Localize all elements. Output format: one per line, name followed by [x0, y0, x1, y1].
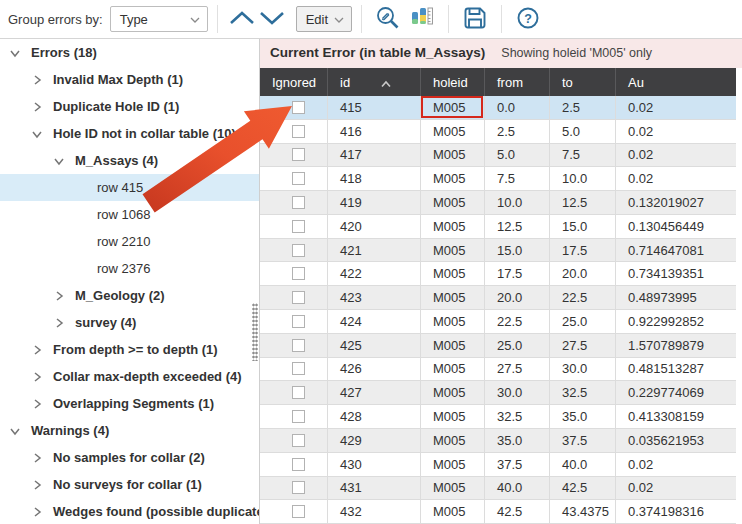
ignored-checkbox[interactable]	[292, 434, 305, 447]
chevron-right-icon[interactable]	[31, 344, 43, 356]
cell-to: 22.5	[550, 286, 616, 310]
ignored-checkbox[interactable]	[292, 481, 305, 494]
tree-item-m-assays-4[interactable]: M_Assays (4)	[0, 147, 259, 174]
column-header-holeid[interactable]: holeid	[421, 68, 485, 96]
column-header-from[interactable]: from	[485, 68, 550, 96]
table-row-425[interactable]: 425M00525.027.51.570789879	[260, 334, 736, 358]
ignored-checkbox[interactable]	[292, 125, 305, 138]
tree-item-no-samples-for-collar-2[interactable]: No samples for collar (2)	[0, 444, 259, 471]
ignored-checkbox[interactable]	[292, 101, 305, 114]
chevron-down-icon[interactable]	[53, 155, 65, 167]
tree-item-collar-max-depth-exceeded-4[interactable]: Collar max-depth exceeded (4)	[0, 363, 259, 390]
tree-item-row-2210[interactable]: row 2210	[0, 228, 259, 255]
table-row-428[interactable]: 428M00532.535.00.413308159	[260, 405, 736, 429]
tree-item-label: Errors (18)	[31, 45, 97, 60]
tree-item-invalid-max-depth-1[interactable]: Invalid Max Depth (1)	[0, 66, 259, 93]
table-row-419[interactable]: 419M00510.012.50.132019027	[260, 191, 736, 215]
tree-item-row-2376[interactable]: row 2376	[0, 255, 259, 282]
cell-holeid: M005	[421, 239, 485, 263]
ignored-checkbox[interactable]	[292, 267, 305, 280]
group-by-dropdown[interactable]: Type	[110, 6, 208, 32]
ignored-checkbox[interactable]	[292, 148, 305, 161]
ignored-checkbox[interactable]	[292, 505, 305, 518]
column-header-to[interactable]: to	[550, 68, 616, 96]
table-row-424[interactable]: 424M00522.525.00.922992852	[260, 310, 736, 334]
ignored-checkbox[interactable]	[292, 315, 305, 328]
cell-ignored	[260, 453, 328, 477]
save-button[interactable]	[460, 5, 490, 33]
cell-id: 421	[328, 239, 421, 263]
table-row-427[interactable]: 427M00530.032.50.229774069	[260, 381, 736, 405]
table-row-429[interactable]: 429M00535.037.50.035621953	[260, 429, 736, 453]
column-header-id[interactable]: id	[328, 68, 421, 96]
tree-item-errors-18[interactable]: Errors (18)	[0, 39, 259, 66]
table-row-422[interactable]: 422M00517.520.00.734139351	[260, 262, 736, 286]
chevron-right-icon[interactable]	[53, 290, 65, 302]
table-row-420[interactable]: 420M00512.515.00.130456449	[260, 215, 736, 239]
ignored-checkbox[interactable]	[292, 339, 305, 352]
sort-ascending-icon	[380, 76, 392, 91]
ignored-checkbox[interactable]	[292, 410, 305, 423]
chevron-down-icon[interactable]	[9, 425, 21, 437]
ignored-checkbox[interactable]	[292, 196, 305, 209]
chevron-right-icon[interactable]	[31, 452, 43, 464]
table-row-417[interactable]: 417M0055.07.50.02	[260, 144, 736, 168]
chevron-right-icon[interactable]	[53, 317, 65, 329]
tree-item-wedges-found-possible-duplicate[interactable]: Wedges found (possible duplicate ...	[0, 498, 259, 524]
cell-value: 426	[340, 361, 362, 376]
cell-au: 0.413308159	[616, 405, 736, 429]
cell-value: 427	[340, 385, 362, 400]
tree-item-no-surveys-for-collar-1[interactable]: No surveys for collar (1)	[0, 471, 259, 498]
tree-item-label: No samples for collar (2)	[53, 450, 205, 465]
tree-item-hole-id-not-in-collar-table-10[interactable]: Hole ID not in collar table (10)	[0, 120, 259, 147]
tree-item-duplicate-hole-id-1[interactable]: Duplicate Hole ID (1)	[0, 93, 259, 120]
search-edit-button[interactable]	[373, 5, 403, 33]
previous-error-button[interactable]	[227, 6, 257, 32]
cell-au: 1.570789879	[616, 334, 736, 358]
ignored-checkbox[interactable]	[292, 172, 305, 185]
tree-item-row-1068[interactable]: row 1068	[0, 201, 259, 228]
help-button[interactable]: ?	[513, 5, 543, 33]
ignored-checkbox[interactable]	[292, 291, 305, 304]
table-row-423[interactable]: 423M00520.022.50.48973995	[260, 286, 736, 310]
chevron-right-icon[interactable]	[31, 74, 43, 86]
cell-value: 0.229774069	[628, 385, 704, 400]
chevron-right-icon[interactable]	[31, 479, 43, 491]
tree-item-warnings-4[interactable]: Warnings (4)	[0, 417, 259, 444]
chevron-right-icon[interactable]	[31, 371, 43, 383]
chevron-right-icon[interactable]	[31, 398, 43, 410]
group-errors-by-label: Group errors by:	[8, 12, 103, 27]
chevron-down-icon[interactable]	[31, 128, 43, 140]
cell-au: 0.734139351	[616, 262, 736, 286]
table-row-416[interactable]: 416M0052.55.00.02	[260, 120, 736, 144]
ignored-checkbox[interactable]	[292, 458, 305, 471]
table-row-415[interactable]: 415M0050.02.50.02	[260, 96, 736, 120]
tree-item-row-415[interactable]: row 415	[0, 174, 259, 201]
table-row-432[interactable]: 432M00542.543.43750.374198316	[260, 500, 736, 524]
ignored-checkbox[interactable]	[292, 244, 305, 257]
tree-item-overlapping-segments-1[interactable]: Overlapping Segments (1)	[0, 390, 259, 417]
next-error-button[interactable]	[257, 6, 287, 32]
statistics-button[interactable]	[407, 5, 437, 33]
ignored-checkbox[interactable]	[292, 362, 305, 375]
column-header-au[interactable]: Au	[616, 68, 736, 96]
edit-dropdown[interactable]: Edit	[296, 6, 352, 32]
cell-from: 27.5	[485, 358, 550, 382]
table-row-421[interactable]: 421M00515.017.50.714647081	[260, 239, 736, 263]
column-header-ignored[interactable]: Ignored	[260, 68, 328, 96]
tree-item-survey-4[interactable]: survey (4)	[0, 309, 259, 336]
tree-item-m-geology-2[interactable]: M_Geology (2)	[0, 282, 259, 309]
cell-holeid: M005	[421, 144, 485, 168]
cell-value: 420	[340, 219, 362, 234]
table-row-426[interactable]: 426M00527.530.00.481513287	[260, 358, 736, 382]
table-row-431[interactable]: 431M00540.042.50.02	[260, 477, 736, 501]
chevron-down-icon[interactable]	[9, 47, 21, 59]
chevron-right-icon[interactable]	[31, 101, 43, 113]
ignored-checkbox[interactable]	[292, 220, 305, 233]
splitter-handle[interactable]	[252, 303, 258, 361]
table-row-418[interactable]: 418M0057.510.00.02	[260, 167, 736, 191]
chevron-right-icon[interactable]	[31, 506, 43, 518]
ignored-checkbox[interactable]	[292, 386, 305, 399]
table-row-430[interactable]: 430M00537.540.00.02	[260, 453, 736, 477]
tree-item-from-depth-to-depth-1[interactable]: From depth >= to depth (1)	[0, 336, 259, 363]
